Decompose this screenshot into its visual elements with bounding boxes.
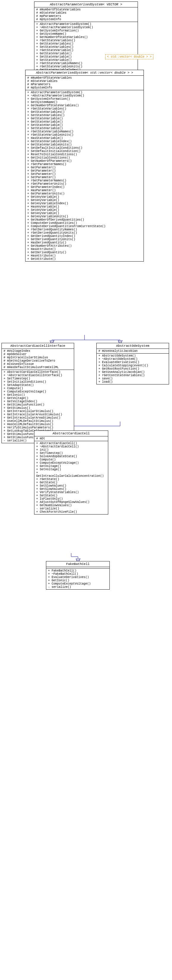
method-17: + GetStateVariableUnits() (27, 143, 142, 146)
method-7: + GetStateVariables() (36, 42, 136, 45)
template-label-text: < std::vector< double > > (107, 55, 151, 59)
method-6: + rGetStateVariables() (36, 39, 136, 42)
method-9: + load() (98, 380, 167, 383)
box-header: FakeBathCell (46, 562, 109, 567)
method-42: + ComputeDerivedQuantitiesFromCurrentSta… (27, 225, 142, 228)
method-22: + GetNumberOfParameters() (27, 159, 142, 163)
method-11: + SetStateVariable() (27, 124, 142, 127)
method-14: + GetIntracellularAreusStimulus() (3, 413, 72, 416)
method-4: + CalculateStopping(event)() (98, 364, 167, 367)
method-5: + ComputeExceptVoltage() (48, 582, 108, 585)
method-18: + SetDefaultInitialConditions() (27, 146, 142, 150)
method-46: + GetDerivedQuantityUnits() (27, 238, 142, 241)
method-20: - serialize() (36, 507, 106, 510)
template-label: < std::vector< double > > (105, 54, 153, 59)
method-14: + rGetStateVariableUnits() (36, 65, 136, 68)
method-1: + AbstractParameterisedSystem() (36, 22, 136, 26)
method-24: + GetParameter() (27, 166, 142, 169)
methods-section: + FakeBathCell() + ~FakeBathCell() + Eva… (46, 568, 109, 589)
method-2: + ~AbstractCardiacCellInterface() (3, 374, 72, 377)
method-47: + HasDerivedQuantity() (27, 241, 142, 244)
method-7: + rGetContStateVariables() (98, 374, 167, 377)
method-10: + GetVoltageIndex() (3, 400, 72, 403)
method-28: + rGetParameterNames() (27, 179, 142, 182)
method-9: + rGetStateVariable() (36, 49, 136, 52)
method-11: + GetStimulusFunction() (3, 403, 72, 406)
method-14: + rGetStateVariableUnits() (27, 133, 142, 137)
method-5: + SolveAndUpdateState() (36, 455, 106, 458)
method-26: + SetParameter() (27, 172, 142, 176)
method-8: + SetStateVariables() (27, 114, 142, 117)
method-10: + GetStateVariable() (27, 120, 142, 124)
method-6: + Compute() (3, 387, 72, 390)
method-8: + GetVoltage() (36, 465, 106, 468)
method-43: + rGetDerivedQuantityNames() (27, 228, 142, 231)
attr-1: # mNumberOfStateVariables (27, 76, 142, 80)
method-8: + SetStateVariables() (36, 45, 136, 49)
method-2: + ~AbstractParameterisedSystem() (36, 26, 136, 29)
method-38: + GetAnyVariable() (27, 212, 142, 215)
uml-box-abstract-cardiac-cell: AbstractCardiacCell # mDt + AbstractCard… (34, 431, 108, 514)
attr-1: # mNumberOfStateVariables (36, 8, 136, 11)
box-title: AbstractCardiacCell (52, 432, 90, 435)
method-2: + ~AbstractOdeSystem() (98, 358, 167, 361)
method-33: + GetAnyVariable() (27, 195, 142, 199)
method-27: + SetParameter() (27, 176, 142, 179)
method-2: + ~FakeBathCell() (48, 573, 108, 576)
method-1: + AbstractCardiacCellInterface() (3, 371, 72, 374)
attr-1: # mDt (36, 437, 106, 440)
method-30: + GetParameterIndex() (27, 186, 142, 189)
method-7: + GetStateVariables() (27, 110, 142, 114)
method-23: + rGetParameterNames() (27, 163, 142, 166)
method-15: + VerifyStateVariables() (36, 491, 106, 494)
method-5: + GetRootRootFunction() (98, 367, 167, 371)
method-13: + SetSlowValues() (36, 484, 106, 487)
attr-4: # mSetVoltageDerivativeToZero (3, 359, 72, 363)
box-title: AbstractParameterisedSystem< std::vector… (36, 71, 133, 75)
method-25: + GetParameter() (27, 169, 142, 172)
method-31: + HasParameter() (27, 189, 142, 192)
method-35: + GetAnyVariableIndex() (27, 202, 142, 205)
box-title: FakeBathCell (66, 562, 90, 566)
methods-section: + AbstractOdeSystem() + ~AbstractOdeSyst… (97, 353, 169, 384)
method-9: + GetStateVariable() (27, 117, 142, 120)
box-header: AbstractOdeSystem (97, 343, 169, 349)
method-17: + IsFlastOnly() (36, 497, 106, 501)
uml-box-abstract-param-system-std: AbstractParameterisedSystem< std::vector… (25, 70, 144, 262)
method-4: + GetSystemName() (27, 101, 142, 104)
method-36: + HasAnyVariable() (27, 205, 142, 208)
attr-4: # mpSystemInfo (36, 18, 136, 21)
attributes-section: # mNumberOfStateVariables # mStateVariab… (35, 8, 137, 22)
method-16: + SetState() (36, 494, 106, 497)
method-21: + CheckForArchiveFile() (36, 510, 106, 514)
method-48: + GetNumberOfAttributes() (27, 244, 142, 248)
box-title: AbstractCardiacCellInterface (10, 344, 65, 348)
method-1: + AbstractParameterisedSystem() (27, 91, 142, 94)
method-19: + GetNumSlowValues() (36, 504, 106, 507)
uml-box-fake-bath-cell: FakeBathCell + FakeBathCell() + ~FakeBat… (46, 561, 110, 590)
method-41: + ComputeDerivedQuantities() (27, 221, 142, 225)
attributes-section: # mVoltageIndex # mpOdeSolver # mpIntrac… (2, 349, 74, 370)
method-10: + GetIntracellularCalciumConcentration() (36, 471, 106, 478)
method-3: + ini() (36, 448, 106, 452)
method-45: + GetDerivedQuantityIndex() (27, 234, 142, 238)
method-12: + GetState() (36, 481, 106, 484)
method-3: + EvaluateDerivatives() (98, 361, 167, 364)
box-title: AbstractOdeSystem (116, 344, 149, 348)
method-19: + SetDefaultInitialCondition() (27, 150, 142, 153)
attr-4: # mpSystemInfo (27, 86, 142, 89)
method-8: + GetIonic() (3, 393, 72, 397)
method-21: + GetInitialConditions() (27, 156, 142, 159)
method-37: + SetAnyVariable() (27, 208, 142, 212)
attr-1: # mVoltageIndex (3, 349, 72, 353)
method-2: + ~AbstractParameterisedSystem() (27, 94, 142, 97)
method-8: + save() (98, 377, 167, 380)
attributes-section: # mDt (35, 436, 108, 441)
attributes-section: # mNumberOfStateVariables # mStateVariab… (25, 76, 144, 90)
attributes-section: # mUseAnalyticJacobian (97, 349, 169, 353)
method-16: + UseCellMLDefaultStimulus() (3, 420, 72, 423)
attr-6: # mHasDefaultStimulusFromCellML (3, 366, 72, 369)
box-title: AbstractParameterisedSystem< VECTOR > (50, 3, 122, 6)
attr-2: # mStateVariables (27, 80, 142, 83)
method-20: + ResetToInitialConditions() (27, 153, 142, 156)
